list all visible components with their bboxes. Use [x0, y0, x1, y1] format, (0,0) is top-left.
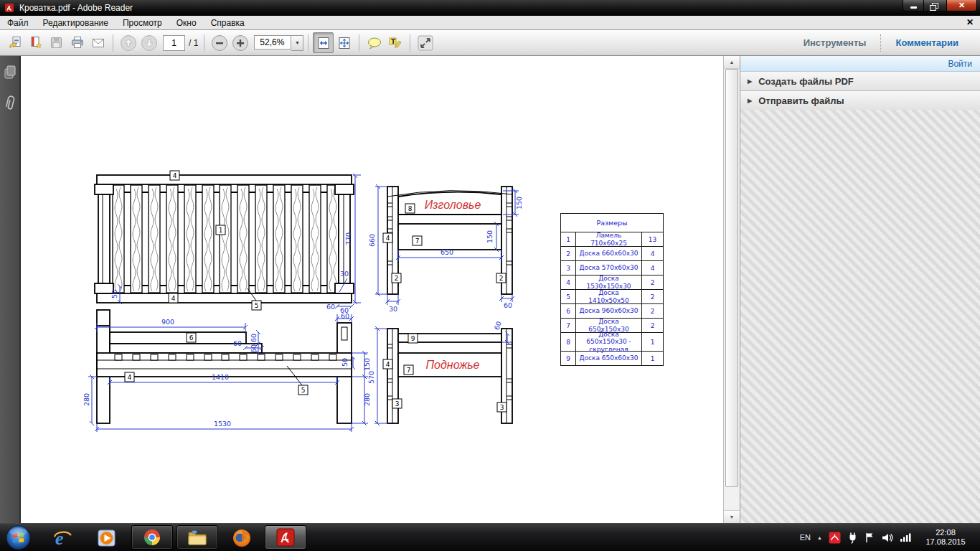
zoom-dropdown-button[interactable]: ▼: [291, 35, 303, 51]
taskbar-wmp[interactable]: [96, 527, 118, 549]
comment-button[interactable]: [364, 32, 385, 53]
section-label: Создать файлы PDF: [758, 76, 854, 87]
parts-table-title: Размеры: [561, 214, 663, 232]
svg-text:4: 4: [386, 235, 390, 242]
panel-empty-area: [740, 110, 980, 523]
row-name: Доска 660x60x30: [576, 247, 642, 260]
folder-icon: [187, 528, 207, 547]
scrollbar-thumb[interactable]: [725, 69, 738, 487]
svg-text:2: 2: [499, 275, 504, 282]
network-button[interactable]: [900, 532, 911, 542]
scroll-down-icon: ▼: [730, 514, 735, 519]
close-document-icon[interactable]: ✕: [966, 17, 974, 27]
section-create-pdf[interactable]: ▶ Создать файлы PDF: [740, 72, 980, 91]
row-name: Доска 570x60x30: [576, 261, 642, 275]
fit-page-button[interactable]: [334, 32, 354, 53]
page-total: / 1: [189, 38, 198, 48]
page-number-input[interactable]: 1: [163, 35, 185, 51]
restore-button[interactable]: [924, 0, 946, 11]
row-qty: 4: [642, 261, 663, 275]
menu-help[interactable]: Справка: [204, 17, 252, 29]
language-indicator[interactable]: EN: [800, 533, 811, 542]
toolbar: 1 / 1 52,6% ▼: [0, 30, 980, 56]
dim-60: 60: [504, 301, 512, 309]
window-titlebar[interactable]: Кроватка.pdf - Adobe Reader ✕: [0, 0, 980, 16]
start-button[interactable]: [5, 524, 32, 551]
row-qty: 2: [642, 276, 663, 289]
next-page-button[interactable]: [138, 32, 159, 53]
avira-tray-button[interactable]: [829, 532, 841, 544]
power-tray-button[interactable]: [847, 532, 858, 544]
taskbar-firefox[interactable]: [231, 527, 253, 549]
open-button[interactable]: [4, 32, 25, 53]
adobe-pdf-icon: [4, 3, 14, 13]
part-label-7: 7: [413, 236, 422, 245]
signin-link[interactable]: Войти: [948, 59, 972, 69]
part-label-7: 7: [404, 365, 413, 375]
part-label-5: 5: [298, 385, 308, 395]
highlight-text-button[interactable]: T: [385, 32, 405, 53]
zoom-value-input[interactable]: 52,6%: [254, 35, 291, 50]
save-button[interactable]: [46, 32, 67, 53]
print-button[interactable]: [67, 32, 88, 53]
taskbar-explorer[interactable]: [176, 525, 218, 550]
part-label-4: 4: [170, 171, 179, 180]
page-down-icon: [141, 34, 158, 52]
scroll-down-button[interactable]: ▼: [724, 510, 740, 523]
row-qty: 4: [642, 247, 663, 260]
menu-view[interactable]: Просмотр: [116, 17, 169, 29]
taskbar-adobe-reader[interactable]: [265, 525, 306, 550]
document-page[interactable]: 4 4 1 5: [21, 56, 723, 523]
fullscreen-button[interactable]: [415, 32, 435, 53]
zoom-combo: 52,6% ▼: [254, 35, 303, 51]
vertical-scrollbar[interactable]: ▲ ▼: [723, 56, 740, 523]
zoom-out-button[interactable]: [209, 32, 230, 53]
part-label-4: 4: [169, 293, 178, 303]
tools-panel-button[interactable]: Инструменты: [789, 37, 881, 48]
taskbar-chrome[interactable]: [131, 525, 173, 550]
close-button[interactable]: ✕: [946, 0, 977, 11]
svg-text:3: 3: [500, 404, 504, 411]
page-thumbnails-icon: [4, 65, 17, 80]
create-pdf-button[interactable]: [25, 32, 46, 53]
dim-1410: 1410: [212, 373, 229, 381]
part-label-8: 8: [405, 204, 415, 213]
dim-1530: 1530: [214, 420, 231, 428]
dim-900: 900: [161, 318, 174, 326]
zoom-in-button[interactable]: [230, 32, 250, 53]
email-button[interactable]: [88, 32, 108, 53]
menubar: Файл Редактирование Просмотр Окно Справк…: [0, 16, 980, 30]
menu-edit[interactable]: Редактирование: [36, 17, 116, 29]
minimize-button[interactable]: [903, 0, 924, 11]
dim-60: 60: [340, 306, 349, 314]
workspace: 4 4 1 5: [0, 56, 980, 523]
section-send-files[interactable]: ▶ Отправить файлы: [740, 91, 980, 110]
row-num: 3: [561, 261, 576, 275]
clock[interactable]: 22:08 17.08.2015: [917, 528, 974, 547]
page-number-value: 1: [171, 38, 176, 48]
part-label-3: 3: [497, 402, 507, 412]
part-label-2: 2: [496, 273, 506, 283]
minimize-icon: [910, 6, 917, 9]
menu-file[interactable]: Файл: [0, 17, 36, 29]
drawing-side-view: 6 4 5 900 60: [83, 306, 371, 432]
menu-window[interactable]: Окно: [169, 17, 204, 29]
action-center-button[interactable]: [864, 532, 875, 543]
dim-650: 650: [440, 248, 453, 256]
page-thumbnails-button[interactable]: [4, 65, 17, 83]
parts-table: Размеры 1 Ламель 710x60x25 13 2 Доска 66…: [560, 213, 664, 366]
volume-button[interactable]: [881, 532, 893, 543]
comments-panel-button[interactable]: Комментарии: [881, 37, 973, 48]
dim-50: 50: [341, 358, 349, 367]
system-tray: EN ▲: [793, 524, 980, 551]
svg-text:9: 9: [411, 335, 415, 342]
row-qty: 2: [642, 319, 663, 332]
attachments-button[interactable]: [4, 93, 17, 116]
drawing-top-view: 4 4 1 5: [95, 171, 361, 320]
scroll-up-button[interactable]: ▲: [724, 56, 740, 69]
hidden-icons-button[interactable]: ▲: [817, 535, 822, 540]
previous-page-button[interactable]: [118, 32, 138, 53]
taskbar-ie[interactable]: e: [52, 527, 73, 549]
fit-width-button[interactable]: [313, 32, 334, 53]
fullscreen-icon: [418, 35, 433, 51]
